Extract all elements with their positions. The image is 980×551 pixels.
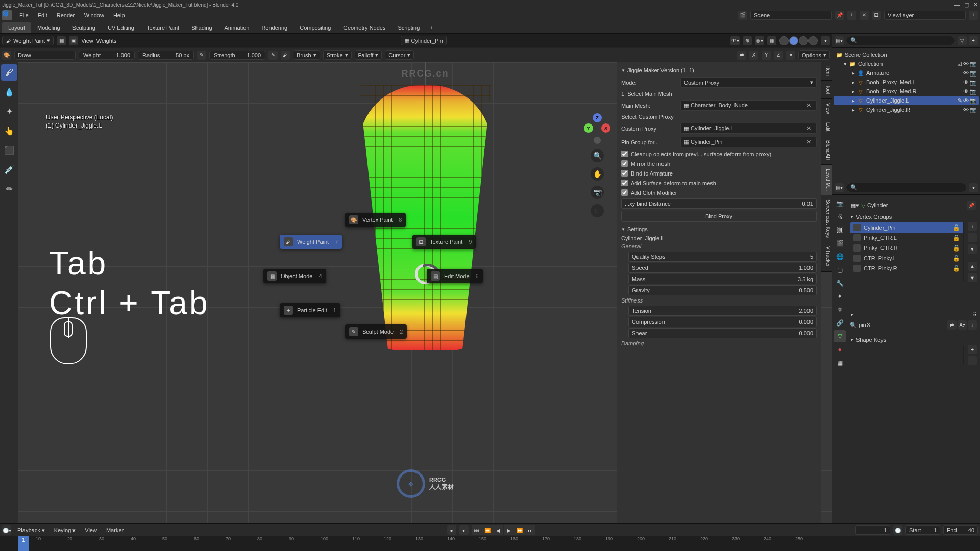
mirror-y[interactable]: Y (762, 51, 771, 60)
gravity-field[interactable]: Gravity0.500 (628, 285, 817, 295)
rtab-lewd[interactable]: Lewd M... (821, 165, 832, 195)
gizmo-toggle[interactable]: ⊕ (743, 36, 752, 45)
vertex-groups-header[interactable]: ▼Vertex Groups (850, 212, 977, 222)
outliner-cylinder-jiggle-l[interactable]: ▸▽Cylinder_Jiggle.L✎👁📷 (834, 96, 979, 105)
settings-panel-header[interactable]: ▼Settings (621, 224, 817, 234)
pie-sculpt-mode[interactable]: ✎Sculpt Mode2 (345, 324, 407, 339)
vg-down-button[interactable]: ▼ (968, 273, 977, 282)
filter-invert-icon[interactable]: ⇄ (947, 320, 957, 330)
menu-render[interactable]: Render (53, 11, 79, 20)
timeline-ruler[interactable]: 1 10203040506070809010011012013014015016… (0, 536, 980, 551)
menu-file[interactable]: File (15, 11, 33, 20)
blur-tool[interactable]: 💧 (1, 84, 17, 100)
list-grip-icon[interactable]: ⠿ (973, 312, 977, 318)
draw-tool[interactable]: 🖌 (1, 64, 17, 81)
mirror-options[interactable]: ▾ (786, 51, 795, 60)
outliner-tree[interactable]: 📁Scene Collection ▾📁Collection☑👁📷 ▸👤Arma… (832, 48, 980, 181)
speed-field[interactable]: Speed1.000 (628, 263, 817, 273)
rtab-tool[interactable]: Tool (821, 81, 832, 98)
pin-field[interactable]: ▦ Cylinder_Pin✕ (680, 137, 817, 147)
minimize-button[interactable]: — (954, 2, 960, 8)
axis-y[interactable]: Y (584, 123, 593, 133)
clear-filter-icon[interactable]: ✕ (866, 322, 871, 328)
cursor-dropdown[interactable]: Cursor▾ (385, 50, 414, 60)
camera-icon[interactable]: 📷 (970, 61, 977, 67)
smear-tool[interactable]: 👆 (1, 122, 17, 139)
pie-weight-paint[interactable]: 🖌Weight Paint7 (280, 235, 342, 249)
vp-button-1[interactable]: ▦ (57, 36, 66, 45)
vp-button-2[interactable]: ▣ (69, 36, 78, 45)
shape-keys-list[interactable] (850, 345, 964, 365)
clear-pin-icon[interactable]: ✕ (804, 139, 813, 145)
next-key-button[interactable]: ⏩ (514, 525, 525, 535)
auto-key-toggle[interactable]: ● (447, 525, 456, 535)
vg-menu-button[interactable]: ▾ (968, 244, 977, 254)
cloth-modifier-checkbox[interactable] (621, 189, 628, 196)
strength-field[interactable]: Strength1.000 (209, 51, 265, 60)
add-workspace-button[interactable]: + (426, 22, 437, 33)
jump-end-button[interactable]: ⏭ (525, 525, 535, 535)
pie-particle-edit[interactable]: ✦Particle Edit1 (280, 303, 340, 317)
vg-pinky-ctr-l[interactable]: Pinky_CTR.L🔓 (850, 233, 963, 243)
mode-select[interactable]: Custom Proxy▾ (680, 77, 817, 88)
camera-gizmo-icon[interactable]: 📷 (591, 186, 604, 199)
rtab-edit[interactable]: Edit (821, 118, 832, 136)
props-options-icon[interactable]: ▾ (969, 183, 978, 192)
axis-x[interactable]: X (601, 123, 610, 133)
checkbox-icon[interactable]: ☑ (957, 61, 962, 67)
jump-start-button[interactable]: ⏮ (472, 525, 482, 535)
rendered-shading[interactable] (808, 36, 818, 45)
ptab-viewlayer[interactable]: 🖼 (834, 224, 846, 236)
shading-options[interactable]: ▾ (821, 36, 830, 45)
outliner-filter-icon[interactable]: ▽ (958, 36, 967, 45)
brush-preview-icon[interactable]: 🖌 (281, 51, 290, 60)
vg-ctr-pinky-l[interactable]: CTR_Pinky.L🔓 (850, 253, 963, 263)
scene-field[interactable]: Scene (750, 11, 832, 20)
menu-edit[interactable]: Edit (34, 11, 52, 20)
rtab-view[interactable]: View (821, 99, 832, 119)
pin-scene-icon[interactable]: 📌 (835, 11, 844, 20)
surface-deform-checkbox[interactable] (621, 180, 628, 186)
vg-up-button[interactable]: ▲ (968, 262, 977, 271)
prev-key-button[interactable]: ⏪ (482, 525, 493, 535)
rtab-screencast[interactable]: Screencast Keys (821, 195, 832, 242)
strength-pressure-icon[interactable]: ✎ (268, 51, 278, 60)
mass-field[interactable]: Mass3.5 kg (628, 274, 817, 284)
rtab-vtracker[interactable]: VTracker (821, 242, 832, 271)
bind-distance-field[interactable]: ...xy bind Distance0.01 (621, 198, 817, 209)
end-frame-field[interactable]: End40 (943, 525, 978, 535)
outliner-boob-proxy-r[interactable]: ▸▽Boob_Proxy_Med.R👁📷 (834, 87, 979, 96)
brush-icon[interactable]: 🎨 (2, 51, 11, 60)
brush-tool-field[interactable]: Draw (14, 51, 76, 60)
radius-pressure-icon[interactable]: ✎ (197, 51, 206, 60)
outliner-cylinder-jiggle-r[interactable]: ▸▽Cylinder_Jiggle.R👁📷 (834, 105, 979, 114)
brush-dropdown[interactable]: Brush▾ (293, 50, 320, 60)
vg-pinky-ctr-r[interactable]: Pinky_CTR.R🔓 (850, 243, 963, 253)
material-shading[interactable] (799, 36, 808, 45)
cleanup-checkbox[interactable] (621, 151, 628, 157)
pin-icon[interactable]: 📌 (967, 201, 976, 210)
annotate-tool[interactable]: ✏ (1, 181, 17, 197)
radius-field[interactable]: Radius50 px (138, 51, 194, 60)
ptab-physics[interactable]: ⚛ (834, 304, 846, 316)
ptab-render[interactable]: 📷 (834, 197, 846, 210)
rtab-item[interactable]: Item (821, 62, 832, 81)
tab-compositing[interactable]: Compositing (293, 22, 337, 33)
average-tool[interactable]: ✦ (1, 103, 17, 119)
stroke-dropdown[interactable]: Stroke▾ (323, 50, 352, 60)
tab-texture-paint[interactable]: Texture Paint (140, 22, 185, 33)
vg-filter-field[interactable]: 🔍 pin✕ (850, 322, 946, 329)
outliner-scene-collection[interactable]: 📁Scene Collection (834, 50, 979, 59)
props-type-dropdown[interactable]: ▤▾ (835, 183, 844, 192)
tl-playback[interactable]: Playback▾ (14, 526, 48, 535)
sort-reverse-icon[interactable]: ↓ (968, 320, 977, 330)
new-viewlayer-icon[interactable]: + (969, 11, 978, 20)
remove-sk-button[interactable]: − (968, 356, 977, 365)
viewport-3d[interactable]: User Perspective (Local) (1) Cylinder_Ji… (18, 62, 832, 523)
compression-field[interactable]: Compression0.000 (628, 317, 817, 327)
blender-logo-icon[interactable]: 🌀 (2, 10, 12, 20)
new-scene-icon[interactable]: + (847, 11, 856, 20)
ptab-output[interactable]: 🖨 (834, 211, 846, 223)
xray-toggle[interactable]: ▦ (767, 36, 776, 45)
bind-armature-checkbox[interactable] (621, 170, 628, 177)
